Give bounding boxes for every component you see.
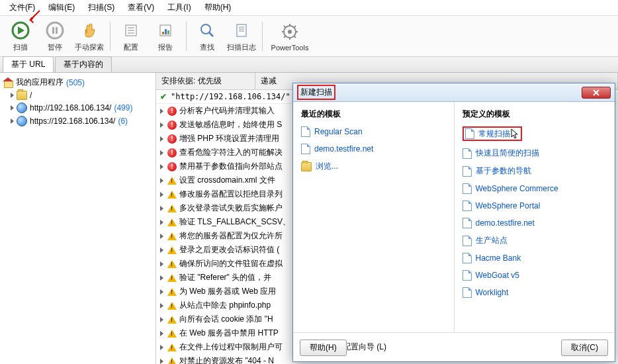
toolbar-scan[interactable]: 扫描 bbox=[4, 18, 37, 55]
toolbar-manual[interactable]: 手动探索 bbox=[73, 18, 106, 55]
folder-icon bbox=[301, 162, 312, 171]
expand-icon[interactable] bbox=[160, 275, 163, 281]
sort-by[interactable]: 安排依据: 优先级 bbox=[156, 73, 255, 89]
expand-icon[interactable] bbox=[160, 234, 163, 239]
template-item[interactable]: Hacme Bank bbox=[463, 253, 607, 263]
globe-icon bbox=[17, 103, 27, 113]
home-icon bbox=[3, 77, 13, 88]
tab-content[interactable]: 基于内容的 bbox=[55, 56, 112, 72]
cursor-icon bbox=[510, 128, 519, 140]
severity-medium-icon bbox=[167, 246, 177, 254]
expand-icon[interactable] bbox=[160, 178, 163, 183]
expand-icon[interactable] bbox=[160, 150, 163, 156]
log-icon bbox=[231, 20, 252, 41]
menu-file[interactable]: 文件(F) bbox=[3, 0, 42, 15]
template-label: 常规扫描 bbox=[478, 128, 510, 140]
template-item[interactable]: 生产站点 bbox=[463, 235, 607, 246]
svg-rect-4 bbox=[52, 27, 54, 34]
tree-item-label: / bbox=[30, 91, 32, 100]
template-item[interactable]: Worklight bbox=[463, 287, 607, 298]
template-label: demo.testfire.net bbox=[314, 144, 373, 154]
template-item[interactable]: 浏览... bbox=[301, 161, 446, 172]
expand-icon[interactable] bbox=[160, 206, 163, 211]
new-scan-dialog: 新建扫描 最近的模板 Regular Scandemo.testfire.net… bbox=[292, 83, 615, 362]
template-item[interactable]: WebSphere Portal bbox=[463, 201, 607, 211]
tree-root-label: 我的应用程序 bbox=[16, 77, 64, 88]
tab-url[interactable]: 基于 URL bbox=[3, 56, 54, 72]
severity-medium-icon bbox=[167, 330, 177, 338]
expand-icon[interactable] bbox=[160, 136, 163, 142]
severity-medium-icon bbox=[167, 260, 177, 268]
template-item[interactable]: WebSphere Commerce bbox=[463, 183, 607, 194]
severity-medium-icon bbox=[167, 343, 177, 351]
severity-medium-icon bbox=[167, 191, 177, 199]
expand-icon[interactable] bbox=[160, 261, 163, 267]
menu-scan[interactable]: 扫描(S) bbox=[81, 0, 121, 15]
template-item[interactable]: Regular Scan bbox=[301, 126, 446, 137]
svg-rect-12 bbox=[165, 29, 167, 34]
app-tree: 我的应用程序 (505) / http://192.168.106.134/ (… bbox=[0, 73, 156, 364]
check-icon: ✔ bbox=[160, 92, 167, 101]
expand-icon[interactable] bbox=[160, 164, 163, 169]
file-icon bbox=[463, 270, 472, 281]
tree-item[interactable]: / bbox=[1, 89, 154, 101]
expand-icon[interactable] bbox=[11, 105, 14, 111]
template-label: 生产站点 bbox=[476, 235, 508, 246]
tree-item-count: (499) bbox=[114, 103, 132, 113]
expand-icon[interactable] bbox=[160, 192, 163, 197]
close-button[interactable] bbox=[582, 87, 611, 99]
view-tabs: 基于 URL 基于内容的 bbox=[0, 57, 618, 73]
svg-point-14 bbox=[201, 24, 210, 34]
cancel-button[interactable]: 取消(C) bbox=[561, 340, 608, 356]
toolbar-find[interactable]: 查找 bbox=[191, 18, 224, 55]
main-toolbar: 扫描 暂停 手动探索 配置 报告 查找 扫描日志 bbox=[0, 16, 618, 57]
expand-icon[interactable] bbox=[160, 345, 163, 350]
expand-icon[interactable] bbox=[160, 331, 163, 336]
pause-icon bbox=[44, 20, 66, 41]
file-icon bbox=[301, 144, 310, 154]
template-item[interactable]: demo.testfire.net bbox=[463, 218, 607, 228]
toolbar-powertools[interactable]: PowerTools bbox=[267, 18, 313, 55]
tree-item[interactable]: https://192.168.106.134/ (6) bbox=[1, 114, 154, 128]
expand-icon[interactable] bbox=[160, 303, 163, 308]
file-icon bbox=[465, 128, 474, 139]
severity-medium-icon bbox=[167, 177, 177, 185]
menu-help[interactable]: 帮助(H) bbox=[198, 0, 238, 15]
expand-icon[interactable] bbox=[160, 289, 163, 295]
expand-icon[interactable] bbox=[160, 359, 163, 364]
dialog-titlebar[interactable]: 新建扫描 bbox=[293, 83, 615, 102]
menu-view[interactable]: 查看(V) bbox=[121, 0, 161, 15]
menu-tools[interactable]: 工具(I) bbox=[161, 0, 197, 15]
search-icon bbox=[197, 20, 218, 41]
tree-item-label: http://192.168.106.134/ bbox=[30, 103, 111, 113]
toolbar-config[interactable]: 配置 bbox=[114, 18, 148, 55]
expand-icon[interactable] bbox=[160, 317, 163, 322]
template-item[interactable]: 基于参数的导航 bbox=[463, 165, 607, 177]
expand-icon[interactable] bbox=[11, 118, 14, 124]
file-icon bbox=[301, 126, 310, 137]
template-item[interactable]: 常规扫描 bbox=[463, 126, 522, 141]
help-button[interactable]: 帮助(H) bbox=[300, 340, 347, 356]
template-item[interactable]: WebGoat v5 bbox=[463, 270, 607, 281]
expand-icon[interactable] bbox=[160, 122, 163, 128]
expand-icon[interactable] bbox=[160, 220, 163, 225]
expand-icon[interactable] bbox=[160, 248, 163, 253]
toolbar-scanlog[interactable]: 扫描日志 bbox=[225, 18, 258, 55]
file-icon bbox=[463, 183, 472, 194]
expand-icon[interactable] bbox=[160, 109, 163, 114]
template-label: 基于参数的导航 bbox=[476, 165, 531, 177]
toolbar-pause[interactable]: 暂停 bbox=[38, 18, 71, 55]
tree-item[interactable]: http://192.168.106.134/ (499) bbox=[1, 101, 154, 114]
template-item[interactable]: 快速且简便的扫描 bbox=[463, 148, 607, 159]
severity-medium-icon bbox=[167, 302, 177, 310]
toolbar-report[interactable]: 报告 bbox=[149, 18, 182, 55]
template-label: Hacme Bank bbox=[476, 253, 521, 263]
file-icon bbox=[463, 201, 472, 211]
tree-root[interactable]: 我的应用程序 (505) bbox=[1, 75, 154, 89]
menu-edit[interactable]: 编辑(E) bbox=[42, 0, 81, 15]
menu-bar: 文件(F) 编辑(E) 扫描(S) 查看(V) 工具(I) 帮助(H) bbox=[0, 0, 618, 16]
expand-icon[interactable] bbox=[11, 93, 14, 98]
toolbar-separator bbox=[186, 22, 187, 51]
close-icon bbox=[592, 89, 600, 96]
template-item[interactable]: demo.testfire.net bbox=[301, 144, 446, 154]
